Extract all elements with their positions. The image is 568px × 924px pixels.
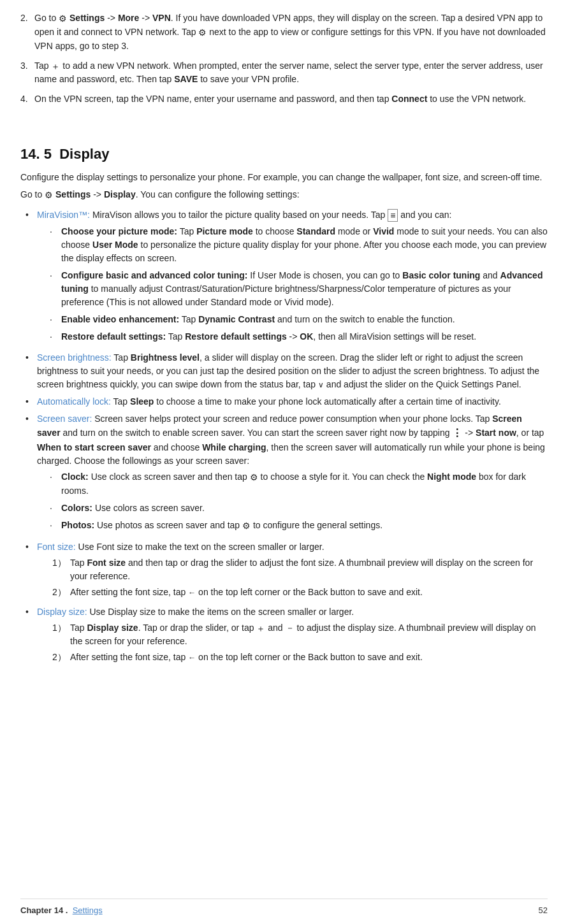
section-num: 14. 5 xyxy=(20,146,52,162)
section-heading: 14. 5 Display xyxy=(20,143,548,164)
screen-saver-label: Screen saver: xyxy=(37,414,92,424)
bullet-dot-3: • xyxy=(25,395,37,408)
font-size-step-1-content: Tap Font size and then tap or drag the s… xyxy=(70,556,548,583)
font-size-label: Font size: xyxy=(37,542,76,552)
bullet-brightness: • Screen brightness: Tap Brightness leve… xyxy=(20,351,548,391)
step-2-content: Go to ⚙ Settings -> More -> VPN. If you … xyxy=(34,11,548,53)
page-content: 2. Go to ⚙ Settings -> More -> VPN. If y… xyxy=(20,11,548,667)
miravision-sub-list: · Choose your picture mode: Tap Picture … xyxy=(50,225,548,343)
font-size-step-2-content: After setting the font size, tap ← on th… xyxy=(70,586,548,599)
display-size-step-2: 2） After setting the font size, tap ← on… xyxy=(52,651,548,664)
step-2-num: 2. xyxy=(20,11,34,53)
sub-dot-7: · xyxy=(50,519,61,533)
font-size-step-2: 2） After setting the font size, tap ← on… xyxy=(52,586,548,599)
auto-lock-label: Automatically lock: xyxy=(37,396,111,407)
display-size-step-1-num: 1） xyxy=(52,621,70,649)
sub-dot-2: · xyxy=(50,269,61,309)
step-4: 4. On the VPN screen, tap the VPN name, … xyxy=(20,92,548,106)
section-title: Display xyxy=(59,146,109,162)
step-2: 2. Go to ⚙ Settings -> More -> VPN. If y… xyxy=(20,11,548,53)
gear-icon-1: ⚙ xyxy=(198,27,207,38)
footer-chapter: Chapter 14 . Settings xyxy=(20,904,103,917)
font-size-numbered: 1） Tap Font size and then tap or drag th… xyxy=(52,556,548,599)
sub-dot-5: · xyxy=(50,470,61,498)
font-size-step-2-num: 2） xyxy=(52,586,70,599)
bullet-display-size: • Display size: Use Display size to make… xyxy=(20,605,548,667)
back-arrow-icon-1: ← xyxy=(188,588,196,597)
sub-bullet-photos: · Photos: Use photos as screen saver and… xyxy=(50,519,548,533)
sub-content-picture-mode: Choose your picture mode: Tap Picture mo… xyxy=(61,225,548,265)
display-size-step-2-num: 2） xyxy=(52,651,70,664)
step-3-content: Tap ＋ to add a new VPN network. When pro… xyxy=(34,59,548,87)
gear-icon-clock: ⚙ xyxy=(250,472,258,482)
sub-content-restore: Restore default settings: Tap Restore de… xyxy=(61,330,548,343)
bullet-content-brightness: Screen brightness: Tap Brightness level,… xyxy=(37,351,548,391)
footer-page-num: 52 xyxy=(539,904,548,917)
bullet-auto-lock: • Automatically lock: Tap Sleep to choos… xyxy=(20,395,548,408)
display-size-step-1: 1） Tap Display size. Tap or drap the sli… xyxy=(52,621,548,649)
bullet-content-screen-saver: Screen saver: Screen saver helps protect… xyxy=(37,412,548,537)
main-bullet-list: • MiraVision™: MiraVison allows you to t… xyxy=(20,208,548,667)
bullet-content-auto-lock: Automatically lock: Tap Sleep to choose … xyxy=(37,395,548,408)
minus-icon: － xyxy=(286,623,295,633)
sub-content-photos: Photos: Use photos as screen saver and t… xyxy=(61,519,548,533)
section-intro: Configure the display settings to person… xyxy=(20,171,548,184)
footer: Chapter 14 . Settings 52 xyxy=(20,899,548,917)
footer-settings-link[interactable]: Settings xyxy=(73,906,103,915)
dot-menu-icon: ⋮ xyxy=(452,428,462,438)
display-size-numbered: 1） Tap Display size. Tap or drap the sli… xyxy=(52,621,548,665)
brightness-label: Screen brightness: xyxy=(37,352,112,363)
sub-bullet-restore: · Restore default settings: Tap Restore … xyxy=(50,330,548,343)
bullet-screen-saver: • Screen saver: Screen saver helps prote… xyxy=(20,412,548,537)
plus-icon: ＋ xyxy=(51,61,60,71)
settings-gear-icon: ⚙ xyxy=(59,13,67,24)
sub-content-video-enhancement: Enable video enhancement: Tap Dynamic Co… xyxy=(61,313,548,326)
font-size-step-1: 1） Tap Font size and then tap or drag th… xyxy=(52,556,548,583)
miravision-label: MiraVision™: xyxy=(37,210,90,220)
sub-bullet-color-tuning: · Configure basic and advanced color tun… xyxy=(50,269,548,309)
bullet-dot-1: • xyxy=(25,208,37,347)
settings-gear-icon-2: ⚙ xyxy=(45,190,53,200)
bullet-font-size: • Font size: Use Font size to make the t… xyxy=(20,540,548,602)
step-4-content: On the VPN screen, tap the VPN name, ent… xyxy=(34,92,548,106)
back-arrow-icon-2: ← xyxy=(188,653,196,662)
sub-bullet-colors: · Colors: Use colors as screen saver. xyxy=(50,502,548,515)
chevron-down-icon: ∨ xyxy=(318,379,324,391)
sub-content-clock: Clock: Use clock as screen saver and the… xyxy=(61,470,548,498)
gear-icon-photos: ⚙ xyxy=(242,521,251,531)
bullet-content-display-size: Display size: Use Display size to make t… xyxy=(37,605,548,667)
display-size-label: Display size: xyxy=(37,607,87,617)
sub-dot-3: · xyxy=(50,313,61,326)
screen-saver-sub-list: · Clock: Use clock as screen saver and t… xyxy=(50,470,548,533)
sub-bullet-video-enhancement: · Enable video enhancement: Tap Dynamic … xyxy=(50,313,548,326)
bullet-dot-5: • xyxy=(25,540,37,602)
bullet-miravision: • MiraVision™: MiraVison allows you to t… xyxy=(20,208,548,347)
sub-content-color-tuning: Configure basic and advanced color tunin… xyxy=(61,269,548,309)
sub-content-colors: Colors: Use colors as screen saver. xyxy=(61,502,548,515)
step-4-num: 4. xyxy=(20,92,34,106)
sub-bullet-clock: · Clock: Use clock as screen saver and t… xyxy=(50,470,548,498)
bullet-dot-6: • xyxy=(25,605,37,667)
sub-dot-1: · xyxy=(50,225,61,265)
sub-bullet-picture-mode: · Choose your picture mode: Tap Picture … xyxy=(50,225,548,265)
step-3: 3. Tap ＋ to add a new VPN network. When … xyxy=(20,59,548,87)
sub-dot-6: · xyxy=(50,502,61,515)
plus-icon-display: ＋ xyxy=(256,623,265,633)
bullet-dot-4: • xyxy=(25,412,37,537)
bullet-content-miravision: MiraVision™: MiraVison allows you to tai… xyxy=(37,208,548,347)
display-size-step-2-content: After setting the font size, tap ← on th… xyxy=(70,651,548,664)
goto-line: Go to ⚙ Settings -> Display. You can con… xyxy=(20,188,548,202)
step-3-num: 3. xyxy=(20,59,34,87)
bullet-dot-2: • xyxy=(25,351,37,391)
font-size-step-1-num: 1） xyxy=(52,556,70,583)
display-size-step-1-content: Tap Display size. Tap or drap the slider… xyxy=(70,621,548,649)
sub-dot-4: · xyxy=(50,330,61,343)
bullet-content-font-size: Font size: Use Font size to make the tex… xyxy=(37,540,548,602)
step-list: 2. Go to ⚙ Settings -> More -> VPN. If y… xyxy=(20,11,548,106)
menu-lines-icon: ≡ xyxy=(388,209,398,222)
